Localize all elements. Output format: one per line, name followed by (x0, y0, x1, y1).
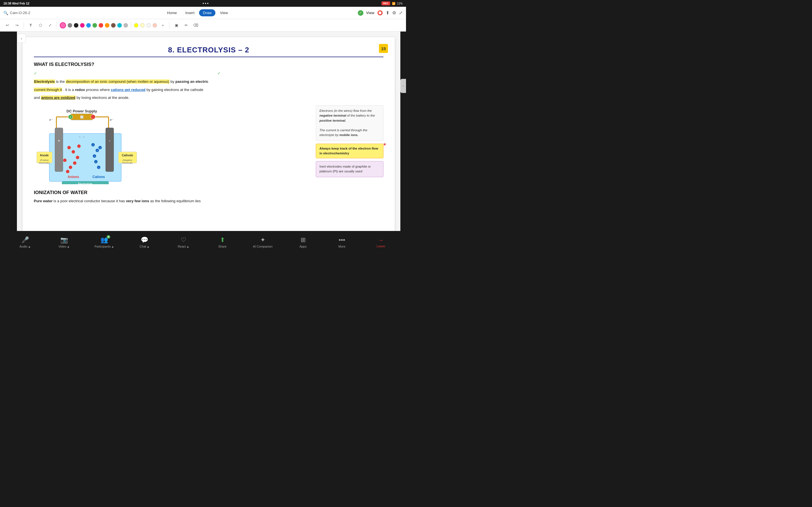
lightgray-pen[interactable] (123, 23, 128, 27)
brown-pen[interactable] (111, 23, 116, 27)
lasso-tool[interactable]: ⬡ (36, 21, 44, 29)
audio-icon: 🎤 (21, 236, 29, 244)
lightyellow-highlight[interactable] (140, 23, 145, 27)
react-expand[interactable]: ▲ (186, 245, 189, 248)
svg-rect-47 (37, 152, 52, 163)
blue-pen[interactable] (86, 23, 91, 27)
black-pen[interactable] (74, 23, 79, 27)
nav-chat[interactable]: 💬 Chat ▲ (136, 236, 153, 248)
leave-label: Leave (377, 244, 385, 248)
move-tool[interactable]: ⤢ (46, 21, 54, 29)
home-tab[interactable]: Home (163, 9, 181, 16)
add-tool[interactable]: ＋ (159, 21, 167, 29)
draw-tab[interactable]: Draw (199, 9, 215, 16)
svg-text:+: + (58, 138, 60, 143)
pure-water-text: Pure water (34, 199, 52, 203)
ai-label: AI Companion (253, 245, 273, 248)
svg-text:Electrode): Electrode) (39, 162, 50, 164)
audio-expand[interactable]: ▲ (28, 245, 31, 248)
undo-tool[interactable]: ↩ (3, 21, 11, 29)
apps-icon: ⊞ (301, 236, 306, 244)
share-icon[interactable]: ⬆ (386, 10, 389, 15)
view-tab[interactable]: View (216, 9, 232, 16)
battery-icon: 11% (397, 2, 403, 5)
chat-expand[interactable]: ▲ (147, 245, 149, 248)
nav-audio[interactable]: 🎤 Audio ▲ (17, 236, 34, 248)
draw-toolbar: ↩ ↪ T ⬡ ⤢ ＋ ▣ ✏ ⌫ (0, 19, 406, 32)
redo-tool[interactable]: ↪ (13, 21, 21, 29)
view-label[interactable]: View (366, 11, 374, 15)
svg-text:-: - (109, 138, 110, 143)
participants-badge: 9 (107, 235, 110, 238)
nav-react[interactable]: ♡ React ▲ (175, 236, 192, 248)
status-right: REC 📶 11% (382, 1, 403, 5)
svg-text:Anode: Anode (40, 154, 49, 157)
participants-label: Participants (94, 245, 110, 248)
page-number: 15 (379, 44, 388, 53)
svg-text:+: + (97, 150, 98, 152)
svg-text:Cations: Cations (93, 175, 105, 179)
nav-share[interactable]: ⬆ Share (214, 236, 231, 248)
text-tool[interactable]: T (27, 21, 35, 29)
chat-icon: 💬 (141, 236, 148, 244)
current-text: current through it (34, 88, 62, 92)
red-pen[interactable] (99, 23, 103, 27)
right-sidebar-toggle[interactable]: › (400, 79, 406, 93)
eraser-tool[interactable]: ⌫ (192, 21, 200, 29)
settings-icon[interactable]: ⚙ (392, 10, 396, 15)
section2-heading: IONIZATION OF WATER (34, 190, 384, 195)
nav-participants[interactable]: 👥 9 Participants ▲ (94, 236, 114, 248)
peach-highlight[interactable] (153, 23, 157, 27)
white-highlight[interactable] (146, 23, 151, 27)
main-toolbar: 🔍 Cam-O-26-2 Home Insert Draw View ✓ Vie… (0, 7, 406, 19)
toolbar-right: ✓ View ⭕ ⬆ ⚙ ⤢ (358, 10, 403, 16)
body-paragraph-4: and anions are oxidized by losing electr… (34, 95, 384, 101)
video-icon: 📷 (60, 236, 68, 244)
magenta-pen[interactable] (80, 23, 85, 27)
body-paragraph-2: Electrolysis is the decomposition of an … (34, 79, 384, 85)
nav-apps[interactable]: ⊞ Apps (295, 236, 312, 248)
checkmark1: ✓ (34, 71, 37, 75)
sidebar-toggle[interactable]: ‹ (17, 34, 26, 43)
svg-text:-: - (93, 116, 94, 119)
cyan-pen[interactable] (117, 23, 122, 27)
divider4 (169, 22, 170, 29)
body-paragraph-5: Pure water is a poor electrical conducto… (34, 198, 384, 204)
nav-video[interactable]: 📷 Video ▲ (56, 236, 72, 248)
svg-text:e⁻: e⁻ (110, 118, 114, 121)
insert-tab[interactable]: Insert (181, 9, 199, 16)
body-paragraph-3: current through it . It is a redox proce… (34, 87, 384, 93)
svg-text:← →: ← → (79, 135, 85, 138)
gray-pen[interactable] (68, 23, 72, 27)
inert-electrodes-text: Inert electrodes (319, 165, 342, 168)
svg-text:-: - (73, 151, 74, 154)
doc-title: 8. ELECTROLYSIS – 2 (34, 46, 384, 57)
green-pen[interactable] (93, 23, 97, 27)
svg-text:-: - (69, 147, 70, 149)
nav-leave[interactable]: → Leave (372, 237, 389, 248)
electrolysis-diagram: DC Power Supply ⬜ e⁻ e⁻ (34, 105, 310, 185)
pink-pen[interactable] (60, 22, 66, 29)
leave-icon: → (378, 237, 384, 243)
search-area[interactable]: 🔍 Cam-O-26-2 (3, 11, 37, 15)
mobile-ions-text: mobile ions. (340, 133, 358, 136)
graphite-text: graphite (355, 165, 367, 168)
yellow-highlight[interactable] (134, 23, 139, 27)
svg-text:e⁻: e⁻ (49, 118, 53, 121)
nav-ai[interactable]: ✦ AI Companion (253, 236, 273, 248)
pen-tool[interactable]: ✏ (182, 21, 190, 29)
svg-text:+: + (93, 144, 94, 147)
svg-text:-: - (74, 162, 75, 165)
cations-text: cations get reduced (111, 88, 146, 92)
participants-expand[interactable]: ▲ (111, 245, 114, 248)
video-expand[interactable]: ▲ (67, 245, 70, 248)
chat-label: Chat (140, 245, 146, 248)
nav-more[interactable]: ••• More (334, 236, 350, 248)
svg-text:Electrode): Electrode) (122, 162, 133, 164)
shape-tool[interactable]: ▣ (172, 21, 181, 29)
platinum-text: platinum (Pt) (319, 170, 338, 173)
orange-pen[interactable] (105, 23, 109, 27)
fullscreen-icon[interactable]: ⤢ (399, 10, 403, 15)
svg-text:(Positive: (Positive (40, 159, 49, 161)
body-paragraph-1: ✓ ✓ (34, 70, 384, 76)
